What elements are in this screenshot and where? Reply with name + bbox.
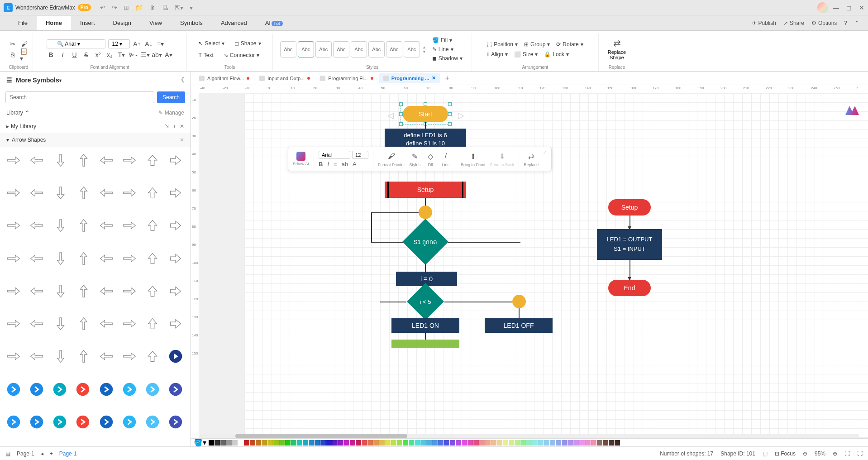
float-italic-icon[interactable]: I: [327, 161, 329, 168]
arrow-shape-50[interactable]: [50, 346, 70, 366]
color-swatch[interactable]: [479, 440, 485, 446]
color-swatch[interactable]: [615, 440, 620, 446]
color-swatch[interactable]: [373, 440, 379, 446]
arrow-shape-17[interactable]: [27, 216, 47, 235]
mylibrary-row[interactable]: ▸ My Library ⇲+✕: [0, 120, 191, 133]
manage-library[interactable]: ✎ Manage: [158, 110, 184, 116]
color-swatch[interactable]: [467, 440, 473, 446]
arrow-shape-21[interactable]: [119, 216, 139, 235]
float-bold-icon[interactable]: B: [319, 161, 323, 168]
arrow-shape-6[interactable]: [143, 150, 162, 170]
color-swatch[interactable]: [238, 440, 243, 446]
shape-connector-2[interactable]: [512, 295, 526, 308]
minimize-icon[interactable]: —: [833, 4, 839, 11]
more-icon[interactable]: ▾: [190, 4, 193, 11]
color-swatch[interactable]: [568, 440, 573, 446]
cut-icon[interactable]: ✂: [8, 39, 17, 48]
connector[interactable]: [425, 122, 426, 129]
color-swatch[interactable]: [362, 440, 367, 446]
publish-button[interactable]: ✈ Publish: [752, 20, 776, 26]
arrow-shape-24[interactable]: [4, 249, 24, 268]
shape-decision-s1[interactable]: S1 ถูกกด: [403, 219, 448, 264]
color-swatch[interactable]: [332, 440, 338, 446]
arrow-shape-42[interactable]: [50, 314, 70, 334]
connector[interactable]: [425, 264, 426, 272]
arrow-shape-53[interactable]: [119, 346, 139, 366]
arrow-shape-64[interactable]: [4, 412, 24, 432]
arrow-shape-14[interactable]: [143, 183, 162, 203]
arrow-shape-30[interactable]: [143, 249, 162, 268]
horizontal-scrollbar[interactable]: [199, 434, 859, 438]
connector[interactable]: [425, 333, 426, 340]
layers-icon[interactable]: ⬚: [763, 450, 768, 457]
connector[interactable]: [448, 242, 520, 243]
focus-button[interactable]: ⊡ Focus: [775, 450, 796, 457]
arrow-shape-3[interactable]: [73, 150, 93, 170]
shape-setup2[interactable]: Setup: [608, 199, 651, 216]
arrow-shape-37[interactable]: [119, 281, 139, 301]
color-swatch[interactable]: [444, 440, 449, 446]
color-swatch[interactable]: [244, 440, 249, 446]
undo-icon[interactable]: ↶: [100, 4, 105, 11]
color-swatch[interactable]: [538, 440, 544, 446]
arrow-shape-45[interactable]: [119, 314, 139, 334]
close-lib-icon[interactable]: ✕: [180, 123, 184, 129]
align-icon[interactable]: ≡▾: [156, 39, 165, 48]
color-swatch[interactable]: [303, 440, 308, 446]
expand-toolbar-icon[interactable]: ⤢: [543, 150, 547, 155]
color-swatch[interactable]: [326, 440, 332, 446]
color-swatch[interactable]: [209, 440, 214, 446]
group-button[interactable]: ⊞ Group▾: [522, 40, 552, 48]
highlight-icon[interactable]: ab▾: [153, 50, 162, 59]
arrow-shape-2[interactable]: [50, 150, 70, 170]
color-swatch[interactable]: [438, 440, 444, 446]
color-swatch[interactable]: [462, 440, 467, 446]
arrow-shape-60[interactable]: [96, 379, 116, 399]
color-swatch[interactable]: [291, 440, 296, 446]
float-styles[interactable]: ✎Styles: [410, 151, 421, 167]
arrow-shape-36[interactable]: [96, 281, 116, 301]
float-fill[interactable]: ◇Fill: [425, 151, 436, 167]
color-swatch[interactable]: [273, 440, 279, 446]
connector[interactable]: [380, 302, 406, 302]
menu-view[interactable]: View: [140, 16, 171, 30]
connector[interactable]: [371, 212, 372, 242]
open-icon[interactable]: 📁: [135, 4, 143, 11]
new-icon[interactable]: ⊞: [124, 4, 129, 11]
list-icon[interactable]: ☰▾: [141, 50, 150, 59]
menu-design[interactable]: Design: [104, 16, 140, 30]
color-swatch[interactable]: [279, 440, 285, 446]
edraw-ai-button[interactable]: Edraw AI: [293, 152, 309, 166]
float-color-icon[interactable]: A: [353, 161, 357, 168]
arrow-shape-34[interactable]: [50, 281, 70, 301]
close-tab-icon[interactable]: ✕: [432, 75, 436, 81]
float-bring-front[interactable]: ⬆Bring to Front: [461, 151, 486, 167]
color-swatch[interactable]: [226, 440, 232, 446]
connector[interactable]: [371, 212, 419, 213]
arrow-shape-57[interactable]: [27, 379, 47, 399]
options-button[interactable]: ⚙ Options: [811, 20, 837, 26]
decrease-font-icon[interactable]: A↓: [144, 39, 153, 48]
arrow-shape-54[interactable]: [143, 346, 162, 366]
increase-font-icon[interactable]: A↑: [133, 39, 142, 48]
color-swatch[interactable]: [520, 440, 526, 446]
line-button[interactable]: ✎ Line ▾: [430, 45, 464, 53]
color-swatch[interactable]: [297, 440, 302, 446]
font-name-select[interactable]: 🔍 Arial ▾: [47, 39, 105, 48]
float-send-back[interactable]: ⬇Send to Back: [490, 151, 515, 167]
color-swatch[interactable]: [356, 440, 361, 446]
arrow-shape-4[interactable]: [96, 150, 116, 170]
connect-right-icon[interactable]: ▷: [458, 110, 464, 120]
arrow-shape-40[interactable]: [4, 314, 24, 334]
collapse-panel-icon[interactable]: 《: [178, 76, 184, 84]
select-tool[interactable]: ↖ Select ▾: [195, 38, 228, 48]
style-preset-3[interactable]: Abc: [315, 41, 332, 58]
color-swatch[interactable]: [485, 440, 491, 446]
arrow-shape-69[interactable]: [119, 412, 139, 432]
color-swatch[interactable]: [391, 440, 396, 446]
style-preset-8[interactable]: Abc: [404, 41, 420, 58]
shape-led-on[interactable]: LED1 ON: [391, 318, 459, 333]
prev-page-icon[interactable]: ◂: [41, 450, 43, 457]
tab-programming[interactable]: Programming ...✕: [379, 73, 441, 83]
color-swatch[interactable]: [603, 440, 608, 446]
